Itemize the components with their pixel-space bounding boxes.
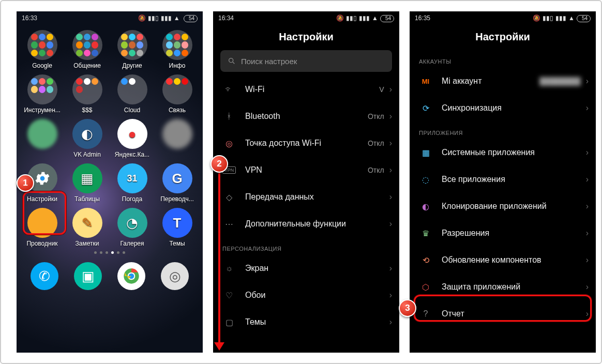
- folder-other[interactable]: Другие: [111, 30, 154, 69]
- item-label: Bluetooth: [245, 112, 280, 121]
- status-bar: 16:34 🔕▮▮▯▮▮▮▲54: [213, 11, 399, 25]
- signal-icon: ▮▮▮: [161, 14, 172, 22]
- chevron-right-icon: ›: [389, 219, 392, 229]
- app-label: Проводник: [26, 240, 57, 247]
- display-icon: ☼: [222, 264, 236, 273]
- hotspot-icon: ◎: [222, 139, 236, 148]
- chevron-right-icon: ›: [389, 264, 392, 273]
- item-label: Клонирование приложений: [442, 202, 547, 211]
- gear-icon: [34, 170, 51, 187]
- clock: 16:35: [415, 14, 430, 22]
- dock-camera[interactable]: ◎: [161, 262, 189, 290]
- svg-point-0: [40, 176, 44, 181]
- folder-label: Cloud: [124, 107, 140, 114]
- dnd-icon: 🔕: [138, 14, 146, 22]
- dock-phone[interactable]: ✆: [31, 262, 58, 290]
- chevron-right-icon: ›: [586, 77, 589, 86]
- app-label: Заметки: [76, 240, 99, 247]
- app-explorer[interactable]: Проводник: [21, 208, 64, 247]
- item-wifi[interactable]: ᯤWi-FiV›: [213, 76, 399, 103]
- folder-tools[interactable]: Инструмен...: [21, 74, 64, 114]
- folder-info[interactable]: Инфо: [156, 30, 199, 69]
- item-label: Обновление компонентов: [442, 255, 541, 265]
- svg-line-5: [233, 62, 234, 64]
- item-permissions[interactable]: ♛Разрешения›: [410, 220, 596, 247]
- chevron-right-icon: ›: [389, 192, 392, 202]
- item-label: Синхронизация: [442, 103, 502, 113]
- annotation-arrow-2: [218, 173, 220, 343]
- chevron-right-icon: ›: [586, 103, 589, 113]
- status-bar: 16:33 🔕▮▮▯▮▮▮▲ 54: [17, 11, 203, 25]
- item-bluetooth[interactable]: ᚼBluetoothОткл›: [213, 103, 399, 130]
- app-vk-admin[interactable]: ◐VK Admin: [66, 119, 109, 158]
- settings-screen-1: 16:34 🔕▮▮▯▮▮▮▲54 Настройки Поиск настрое…: [213, 11, 399, 353]
- folder-google[interactable]: Google: [21, 30, 64, 69]
- page-title: Настройки: [410, 25, 596, 50]
- dock-messages[interactable]: ▣: [74, 262, 102, 290]
- all-apps-icon: ◌: [419, 175, 432, 185]
- mi-icon: MI: [419, 78, 432, 85]
- item-updates[interactable]: ⟲Обновление компонентов›: [410, 247, 596, 274]
- item-display[interactable]: ☼Экран›: [213, 255, 399, 282]
- item-value: Откл: [368, 112, 384, 120]
- item-vpn[interactable]: VPNVPNОткл›: [213, 157, 399, 184]
- chevron-right-icon: ›: [586, 282, 589, 292]
- app-blurred-2[interactable]: [156, 119, 199, 158]
- item-all-apps[interactable]: ◌Все приложения›: [410, 166, 596, 193]
- report-icon: ?: [419, 309, 432, 318]
- app-themes[interactable]: TТемы: [156, 208, 199, 247]
- settings-screen-2: 16:35 🔕▮▮▯▮▮▮▲54 Настройки АККАУНТЫ MIMi…: [410, 11, 596, 353]
- item-themes[interactable]: ▢Темы›: [213, 309, 399, 336]
- themes-icon: ▢: [222, 317, 236, 327]
- item-label: Обои: [245, 291, 265, 300]
- item-label: Wi-Fi: [245, 85, 264, 94]
- app-sheets[interactable]: ▦Таблицы: [66, 163, 109, 203]
- apps-grid-icon: ▦: [419, 148, 432, 158]
- folder-label: Инструмен...: [24, 107, 61, 114]
- item-app-lock[interactable]: ⬡Защита приложений›: [410, 274, 596, 300]
- folder-label: Инфо: [169, 62, 186, 69]
- item-data[interactable]: ◇Передача данных›: [213, 184, 399, 210]
- app-notes[interactable]: ✎Заметки: [66, 208, 109, 247]
- section-header: АККАУНТЫ: [410, 50, 596, 68]
- folder-cloud[interactable]: Cloud: [111, 74, 154, 114]
- app-label: Темы: [169, 240, 185, 247]
- item-label: Дополнительные функции: [245, 219, 346, 229]
- chevron-right-icon: ›: [389, 291, 392, 300]
- app-gallery[interactable]: ◔Галерея: [111, 208, 154, 247]
- dock-chrome[interactable]: [117, 262, 145, 290]
- search-input[interactable]: Поиск настроек: [220, 50, 392, 72]
- app-translate[interactable]: GПереводч...: [156, 163, 199, 203]
- app-label: Настройки: [27, 195, 57, 203]
- data-icon: ◇: [222, 192, 236, 202]
- item-dual-apps[interactable]: ◐Клонирование приложений›: [410, 193, 596, 220]
- chevron-right-icon: ›: [389, 317, 392, 327]
- dock: ✆ ▣ ◎: [17, 258, 203, 297]
- item-mi-account[interactable]: MIMi аккаунт████████›: [410, 68, 596, 95]
- item-wallpaper[interactable]: ♡Обои›: [213, 282, 399, 309]
- item-report[interactable]: ?Отчет›: [410, 300, 596, 327]
- item-more[interactable]: ⋯Дополнительные функции›: [213, 210, 399, 237]
- search-placeholder: Поиск настроек: [241, 57, 297, 66]
- item-hotspot[interactable]: ◎Точка доступа Wi-FiОткл›: [213, 130, 399, 157]
- wifi-icon: ᯤ: [222, 85, 236, 94]
- item-value: Откл: [368, 166, 384, 174]
- item-sync[interactable]: ⟳Синхронизация›: [410, 95, 596, 122]
- app-blurred-1[interactable]: [21, 119, 64, 158]
- folder-label: $$$: [82, 107, 92, 114]
- app-weather[interactable]: 31Погода: [111, 163, 154, 203]
- folder-comm[interactable]: Общение: [66, 30, 109, 69]
- item-label: Все приложения: [442, 175, 505, 184]
- app-yandex[interactable]: ●Яндекс.Ка...: [111, 119, 154, 158]
- folder-connect[interactable]: Связь: [156, 74, 199, 114]
- folder-money[interactable]: $$$: [66, 74, 109, 114]
- search-icon: [228, 57, 236, 65]
- item-label: Темы: [245, 317, 266, 327]
- shield-icon: ⬡: [419, 282, 432, 292]
- item-label: Защита приложений: [442, 282, 520, 292]
- folder-label: Общение: [73, 62, 101, 69]
- item-system-apps[interactable]: ▦Системные приложения›: [410, 139, 596, 166]
- clock: 16:33: [22, 14, 37, 22]
- bluetooth-icon: ᚼ: [222, 112, 236, 121]
- clock: 16:34: [218, 14, 234, 22]
